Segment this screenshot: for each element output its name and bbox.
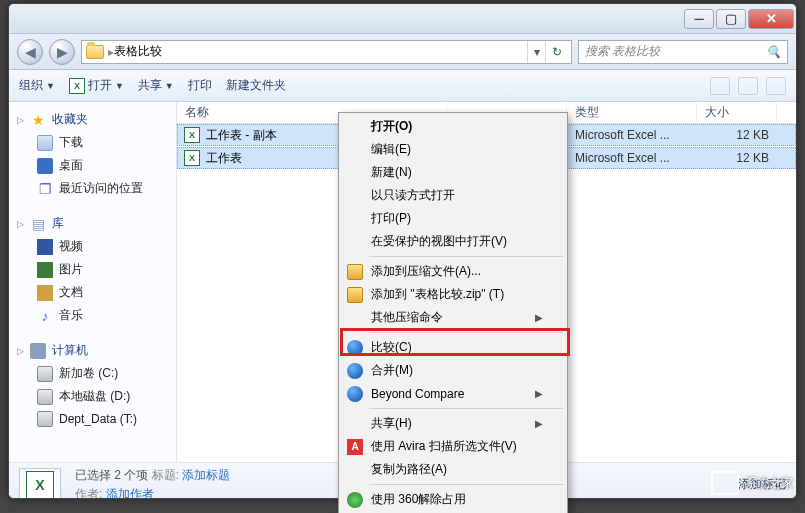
minimize-button[interactable]: ─ (684, 9, 714, 29)
search-placeholder: 搜索 表格比较 (585, 43, 660, 60)
maximize-button[interactable]: ▢ (716, 9, 746, 29)
library-icon: ▤ (30, 216, 46, 232)
ctx-360-unlock[interactable]: 使用 360解除占用 (341, 488, 565, 511)
computer-icon (30, 343, 46, 359)
360-icon (347, 492, 363, 508)
submenu-arrow-icon: ▶ (535, 418, 543, 429)
refresh-icon[interactable]: ↻ (545, 41, 567, 63)
share-button[interactable]: 共享▼ (138, 77, 174, 94)
add-author-link[interactable]: 添加作者 (106, 487, 154, 500)
sidebar-item-drive-d[interactable]: 本地磁盘 (D:) (9, 385, 176, 408)
ctx-protected[interactable]: 在受保护的视图中打开(V) (341, 230, 565, 253)
print-button[interactable]: 打印 (188, 77, 212, 94)
ctx-new[interactable]: 新建(N) (341, 161, 565, 184)
file-type: Microsoft Excel ... (567, 151, 697, 165)
sidebar-item-pictures[interactable]: 图片 (9, 258, 176, 281)
ctx-add-zip[interactable]: 添加到压缩文件(A)... (341, 260, 565, 283)
sidebar-item-drive-c[interactable]: 新加卷 (C:) (9, 362, 176, 385)
ctx-beyond[interactable]: Beyond Compare▶ (341, 382, 565, 405)
download-icon (37, 135, 53, 151)
search-icon: 🔍 (766, 45, 781, 59)
beyond-compare-icon (347, 363, 363, 379)
view-buttons (710, 77, 786, 95)
submenu-arrow-icon: ▶ (535, 312, 543, 323)
context-menu: 打开(O) 编辑(E) 新建(N) 以只读方式打开 打印(P) 在受保护的视图中… (338, 112, 568, 513)
drive-icon (37, 389, 53, 405)
path-text: 表格比较 (114, 43, 162, 60)
excel-icon: X (184, 127, 200, 143)
search-input[interactable]: 搜索 表格比较 🔍 (578, 40, 788, 64)
ctx-avira[interactable]: A使用 Avira 扫描所选文件(V) (341, 435, 565, 458)
ctx-compare[interactable]: 比较(C) (341, 336, 565, 359)
file-size: 12 KB (697, 151, 777, 165)
help-icon[interactable] (766, 77, 786, 95)
watermark: 系统之家 (711, 471, 793, 495)
excel-icon: X (69, 78, 85, 94)
picture-icon (37, 262, 53, 278)
sidebar-favorites[interactable]: ▷★收藏夹 (9, 108, 176, 131)
folder-icon (86, 45, 104, 59)
sidebar-item-desktop[interactable]: 桌面 (9, 154, 176, 177)
zip-icon (347, 264, 363, 280)
add-title-link[interactable]: 添加标题 (182, 468, 230, 482)
ctx-readonly[interactable]: 以只读方式打开 (341, 184, 565, 207)
file-name: 工作表 (206, 150, 242, 167)
beyond-compare-icon (347, 340, 363, 356)
view-mode-icon[interactable] (710, 77, 730, 95)
path-dropdown-icon[interactable]: ▾ (527, 41, 545, 63)
ctx-add-zip-named[interactable]: 添加到 "表格比较.zip" (T) (341, 283, 565, 306)
selection-text: 已选择 2 个项 (75, 468, 148, 482)
path-box[interactable]: ▸ 表格比较 ▾ ↻ (81, 40, 572, 64)
ctx-other-zip[interactable]: 其他压缩命令▶ (341, 306, 565, 329)
avira-icon: A (347, 439, 363, 455)
drive-icon (37, 366, 53, 382)
sidebar-item-videos[interactable]: 视频 (9, 235, 176, 258)
preview-pane-icon[interactable] (738, 77, 758, 95)
document-icon (37, 285, 53, 301)
submenu-arrow-icon: ▶ (535, 388, 543, 399)
ctx-merge[interactable]: 合并(M) (341, 359, 565, 382)
sidebar-libraries[interactable]: ▷▤库 (9, 212, 176, 235)
drive-icon (37, 411, 53, 427)
watermark-logo-icon (711, 471, 739, 495)
star-icon: ★ (30, 112, 46, 128)
col-type[interactable]: 类型 (567, 102, 697, 123)
file-size: 12 KB (697, 128, 777, 142)
sidebar-item-drive-t[interactable]: Dept_Data (T:) (9, 408, 176, 430)
file-type: Microsoft Excel ... (567, 128, 697, 142)
col-size[interactable]: 大小 (697, 102, 777, 123)
sidebar-item-documents[interactable]: 文档 (9, 281, 176, 304)
ctx-share[interactable]: 共享(H)▶ (341, 412, 565, 435)
ctx-edit[interactable]: 编辑(E) (341, 138, 565, 161)
sidebar-item-music[interactable]: ♪音乐 (9, 304, 176, 327)
preview-thumbnail: X (19, 468, 61, 500)
sidebar: ▷★收藏夹 下载 桌面 ❐最近访问的位置 ▷▤库 视频 图片 文档 ♪音乐 ▷计… (9, 102, 177, 462)
address-bar: ◀ ▶ ▸ 表格比较 ▾ ↻ 搜索 表格比较 🔍 (9, 34, 796, 70)
back-button[interactable]: ◀ (17, 39, 43, 65)
recent-icon: ❐ (37, 181, 53, 197)
ctx-print[interactable]: 打印(P) (341, 207, 565, 230)
music-icon: ♪ (37, 308, 53, 324)
new-folder-button[interactable]: 新建文件夹 (226, 77, 286, 94)
file-name: 工作表 - 副本 (206, 127, 277, 144)
forward-button[interactable]: ▶ (49, 39, 75, 65)
sidebar-computer[interactable]: ▷计算机 (9, 339, 176, 362)
zip-icon (347, 287, 363, 303)
open-button[interactable]: X打开▼ (69, 77, 124, 94)
organize-button[interactable]: 组织▼ (19, 77, 55, 94)
excel-icon: X (184, 150, 200, 166)
ctx-copypath[interactable]: 复制为路径(A) (341, 458, 565, 481)
close-button[interactable]: ✕ (748, 9, 794, 29)
ctx-open[interactable]: 打开(O) (341, 115, 565, 138)
desktop-icon (37, 158, 53, 174)
video-icon (37, 239, 53, 255)
titlebar: ─ ▢ ✕ (9, 4, 796, 34)
toolbar: 组织▼ X打开▼ 共享▼ 打印 新建文件夹 (9, 70, 796, 102)
beyond-compare-icon (347, 386, 363, 402)
sidebar-item-downloads[interactable]: 下载 (9, 131, 176, 154)
sidebar-item-recent[interactable]: ❐最近访问的位置 (9, 177, 176, 200)
